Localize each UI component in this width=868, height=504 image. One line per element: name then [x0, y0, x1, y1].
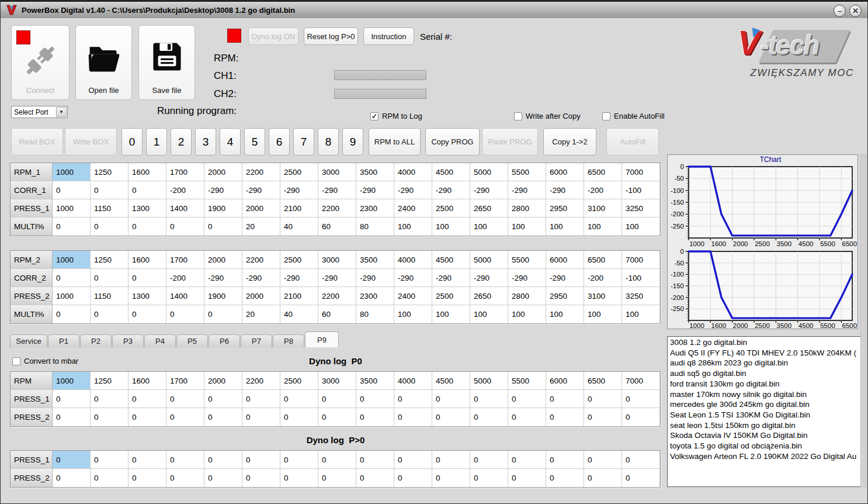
table-cell[interactable]: 2000: [204, 251, 242, 269]
tab-p2[interactable]: P2: [80, 334, 112, 347]
table-cell[interactable]: 0: [432, 390, 470, 408]
tab-service[interactable]: Service: [10, 334, 47, 347]
table-cell[interactable]: 0: [470, 390, 508, 408]
table-cell[interactable]: 1250: [91, 372, 129, 390]
paste-prog-button[interactable]: Paste PROG: [482, 128, 538, 156]
table-cell[interactable]: 100: [546, 305, 584, 323]
program-button-9[interactable]: 9: [342, 128, 363, 156]
table-cell[interactable]: 0: [53, 469, 91, 487]
table-cell[interactable]: -290: [470, 269, 508, 287]
table-cell[interactable]: -290: [356, 269, 394, 287]
table-cell[interactable]: 20: [242, 218, 280, 236]
table-cell[interactable]: 1250: [91, 251, 129, 269]
table-cell[interactable]: 0: [622, 390, 660, 408]
tab-p8[interactable]: P8: [273, 334, 304, 347]
table-cell[interactable]: 2000: [204, 163, 242, 181]
table-cell[interactable]: 1000: [53, 372, 91, 390]
table-cell[interactable]: 0: [318, 451, 356, 469]
table-cell[interactable]: 0: [53, 390, 91, 408]
program-button-4[interactable]: 4: [220, 128, 241, 156]
write-after-copy-checkbox[interactable]: Write after Copy: [514, 112, 581, 120]
table-cell[interactable]: -290: [432, 181, 470, 199]
file-list-item[interactable]: ford transit 130km go digital.bin: [670, 379, 861, 389]
table-cell[interactable]: 0: [242, 408, 280, 426]
table-cell[interactable]: 0: [53, 218, 91, 236]
table-cell[interactable]: 0: [166, 408, 204, 426]
table-cell[interactable]: -290: [470, 181, 508, 199]
table-cell[interactable]: 60: [318, 305, 356, 323]
table-cell[interactable]: -290: [242, 181, 280, 199]
table-cell[interactable]: 2200: [318, 287, 356, 305]
table-cell[interactable]: 60: [318, 218, 356, 236]
table-cell[interactable]: 1000: [53, 287, 91, 305]
table-cell[interactable]: 2800: [508, 199, 546, 218]
table-cell[interactable]: 0: [508, 451, 546, 469]
file-list-item[interactable]: master 170km nowy silnik go digital.bin: [670, 389, 861, 400]
table-cell[interactable]: 0: [166, 451, 204, 469]
table-cell[interactable]: 0: [166, 390, 204, 408]
program-button-0[interactable]: 0: [121, 128, 143, 156]
table-cell[interactable]: 0: [53, 305, 91, 323]
file-list-item[interactable]: mercedes gle 300d 245km go digital.bin: [670, 399, 861, 410]
save-file-button[interactable]: Save file: [138, 25, 195, 100]
table-cell[interactable]: 2300: [356, 199, 394, 218]
table-cell[interactable]: 100: [508, 218, 546, 236]
table-cell[interactable]: 3500: [356, 372, 394, 390]
program-button-2[interactable]: 2: [171, 128, 192, 156]
tab-p9[interactable]: P9: [305, 332, 339, 347]
read-box-button[interactable]: Read BOX: [11, 128, 63, 156]
dyno-log-on-button[interactable]: Dyno log ON: [248, 27, 298, 45]
table-cell[interactable]: 2100: [280, 287, 318, 305]
table-cell[interactable]: 0: [470, 408, 508, 426]
table-cell[interactable]: 40: [280, 218, 318, 236]
title-bar[interactable]: PowerBox Digital v1.40 - C:\Users\Produk…: [1, 1, 867, 18]
table-cell[interactable]: 3000: [318, 372, 356, 390]
table-cell[interactable]: -200: [166, 269, 204, 287]
program-button-8[interactable]: 8: [318, 128, 339, 156]
table-cell[interactable]: 1700: [166, 251, 204, 269]
table-cell[interactable]: 6000: [546, 163, 584, 181]
table-cell[interactable]: 0: [622, 408, 660, 426]
table-cell[interactable]: -290: [318, 181, 356, 199]
table-cell[interactable]: 0: [508, 469, 546, 487]
open-file-button[interactable]: Open file: [75, 25, 132, 100]
table-cell[interactable]: 7000: [622, 251, 660, 269]
table-cell[interactable]: 0: [204, 218, 242, 236]
table-cell[interactable]: 0: [318, 408, 356, 426]
table-cell[interactable]: 2000: [204, 372, 242, 390]
table-cell[interactable]: -290: [280, 269, 318, 287]
table-cell[interactable]: 0: [470, 469, 508, 487]
table-cell[interactable]: 0: [91, 451, 129, 469]
table-cell[interactable]: 5000: [470, 372, 508, 390]
table-cell[interactable]: 0: [53, 408, 91, 426]
table-cell[interactable]: 0: [622, 469, 660, 487]
table-cell[interactable]: -200: [584, 181, 622, 199]
table-cell[interactable]: -290: [394, 181, 432, 199]
table-cell[interactable]: 100: [622, 218, 660, 236]
select-port-dropdown[interactable]: Select Port ▼: [11, 106, 68, 118]
table-cell[interactable]: 0: [318, 390, 356, 408]
table-cell[interactable]: -290: [356, 181, 394, 199]
table-cell[interactable]: 0: [166, 469, 204, 487]
table-cell[interactable]: 5000: [470, 163, 508, 181]
table-cell[interactable]: 0: [204, 408, 242, 426]
table-cell[interactable]: 0: [91, 305, 129, 323]
table-cell[interactable]: 100: [394, 305, 432, 323]
table-cell[interactable]: 0: [166, 218, 204, 236]
copy-prog-button[interactable]: Copy PROG: [425, 128, 480, 156]
table-cell[interactable]: 1700: [166, 163, 204, 181]
rpm-to-all-button[interactable]: RPM to ALL: [369, 128, 421, 156]
connect-button[interactable]: Connect: [11, 25, 70, 100]
table-cell[interactable]: -290: [242, 269, 280, 287]
table-cell[interactable]: 0: [584, 469, 622, 487]
table-cell[interactable]: -290: [546, 269, 584, 287]
table-cell[interactable]: 5500: [508, 163, 546, 181]
table-cell[interactable]: 2500: [432, 199, 470, 218]
table-cell[interactable]: 1150: [91, 287, 129, 305]
program-button-7[interactable]: 7: [293, 128, 314, 156]
table-cell[interactable]: 0: [204, 390, 242, 408]
table-cell[interactable]: 0: [280, 469, 318, 487]
table-cell[interactable]: 4000: [394, 163, 432, 181]
table-cell[interactable]: 1700: [166, 372, 204, 390]
table-cell[interactable]: -290: [432, 269, 470, 287]
